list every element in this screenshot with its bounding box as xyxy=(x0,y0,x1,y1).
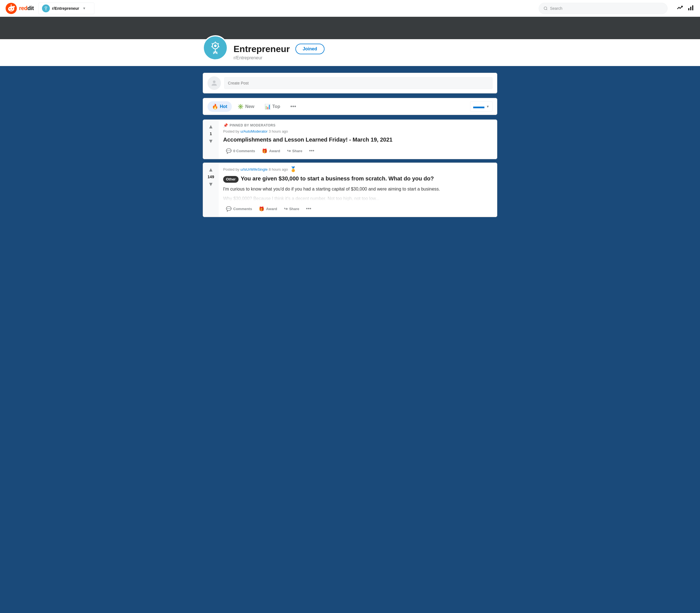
svg-point-7 xyxy=(45,7,47,9)
subreddit-slug: r/Entrepreneur xyxy=(233,55,324,61)
post-card: ▲ 149 ▼ Posted by u/IsUrWifeSingle 8 hou… xyxy=(203,162,497,217)
view-toggle-button[interactable]: ▬▬ ▼ xyxy=(470,101,493,112)
comments-button[interactable]: 💬 0 Comments xyxy=(223,147,258,155)
post-time: 8 hours ago xyxy=(269,167,288,171)
post-title[interactable]: Accomplishments and Lesson Learned Frida… xyxy=(223,136,493,144)
svg-line-14 xyxy=(546,9,547,10)
search-input[interactable] xyxy=(550,6,663,11)
svg-point-26 xyxy=(214,44,217,47)
post-body-container: I'm curious to know what you'd do if you… xyxy=(223,185,493,202)
subreddit-header: Entrepreneur Joined r/Entrepreneur xyxy=(0,39,700,66)
sort-top-button[interactable]: 📊 Top xyxy=(260,101,285,112)
top-icon: 📊 xyxy=(265,104,271,110)
award-button[interactable]: 🎁 Award xyxy=(256,205,280,213)
post-body-text: I'm curious to know what you'd do if you… xyxy=(223,185,493,193)
subreddit-name-header: r/Entrepreneur xyxy=(52,6,79,11)
svg-point-2 xyxy=(10,8,11,9)
create-post-input[interactable] xyxy=(224,77,493,89)
svg-point-12 xyxy=(45,9,47,10)
post-author[interactable]: u/AutoModerator xyxy=(241,129,268,133)
post-card: ▲ 1 ▼ 📌 PINNED BY MODERATORS Posted by u… xyxy=(203,119,497,159)
header: reddit r/Entrepreneur ▼ xyxy=(0,0,700,17)
post-author[interactable]: u/IsUrWifeSingle xyxy=(241,167,268,171)
award-icon: 🎁 xyxy=(262,148,267,154)
subreddit-avatar-small xyxy=(42,4,50,12)
downvote-button[interactable]: ▼ xyxy=(207,180,215,188)
share-button[interactable]: ↪ Share xyxy=(281,205,302,213)
vote-count: 149 xyxy=(207,174,214,179)
sort-bar: 🔥 Hot ✳️ New 📊 Top ••• ▬▬ ▼ xyxy=(203,98,497,115)
award-icon: 🎁 xyxy=(259,206,264,211)
downvote-button[interactable]: ▼ xyxy=(207,137,215,145)
post-title[interactable]: OtherYou are given $30,000 to start a bu… xyxy=(223,174,493,183)
vote-column: ▲ 1 ▼ xyxy=(203,120,219,159)
trending-icon[interactable] xyxy=(676,4,683,13)
sort-new-button[interactable]: ✳️ New xyxy=(233,101,259,112)
hot-icon: 🔥 xyxy=(212,104,218,110)
user-award-icon: 🏅 xyxy=(290,166,296,172)
post-meta: Posted by u/IsUrWifeSingle 8 hours ago 🏅 xyxy=(223,166,493,172)
pinned-badge: 📌 PINNED BY MODERATORS xyxy=(223,123,493,128)
sort-hot-button[interactable]: 🔥 Hot xyxy=(207,101,232,112)
sort-more-button[interactable]: ••• xyxy=(287,101,300,112)
svg-rect-17 xyxy=(692,5,693,10)
subreddit-info: Entrepreneur Joined r/Entrepreneur xyxy=(233,44,324,61)
svg-line-21 xyxy=(212,43,213,44)
upvote-button[interactable]: ▲ xyxy=(207,122,215,130)
post-meta: Posted by u/AutoModerator 3 hours ago xyxy=(223,129,493,133)
post-content: Posted by u/IsUrWifeSingle 8 hours ago 🏅… xyxy=(219,163,497,217)
pin-icon: 📌 xyxy=(223,123,228,128)
main-content: 🔥 Hot ✳️ New 📊 Top ••• ▬▬ ▼ ▲ 1 ▼ 📌 PI xyxy=(196,66,504,227)
search-bar[interactable] xyxy=(539,3,667,14)
reddit-logo[interactable]: reddit xyxy=(5,3,34,14)
comments-button[interactable]: 💬 Comments xyxy=(223,205,255,213)
award-button[interactable]: 🎁 Award xyxy=(259,147,283,155)
new-icon: ✳️ xyxy=(238,104,244,110)
upvote-button[interactable]: ▲ xyxy=(207,166,215,173)
subreddit-banner xyxy=(0,17,700,39)
share-button[interactable]: ↪ Share xyxy=(284,147,305,155)
view-chevron-icon: ▼ xyxy=(486,105,489,108)
svg-point-6 xyxy=(11,4,12,5)
post-actions: 💬 Comments 🎁 Award ↪ Share ••• xyxy=(223,204,493,213)
post-body-fade-text: Why $30,000? Because I think it's a dece… xyxy=(223,195,493,202)
create-post-box xyxy=(203,73,497,93)
vote-count: 1 xyxy=(210,131,212,136)
header-icons xyxy=(676,4,695,13)
share-icon: ↪ xyxy=(287,148,291,154)
svg-point-29 xyxy=(213,81,215,83)
user-avatar xyxy=(207,76,221,90)
post-time: 3 hours ago xyxy=(269,129,288,133)
subreddit-avatar-large xyxy=(203,35,228,61)
search-icon xyxy=(544,6,548,11)
reddit-alien-icon xyxy=(5,3,17,14)
comment-icon: 💬 xyxy=(226,206,231,211)
stats-icon[interactable] xyxy=(688,4,695,13)
joined-button[interactable]: Joined xyxy=(295,44,324,54)
post-content: 📌 PINNED BY MODERATORS Posted by u/AutoM… xyxy=(219,120,497,159)
svg-rect-15 xyxy=(688,8,689,10)
subreddit-selector[interactable]: r/Entrepreneur ▼ xyxy=(38,2,94,14)
share-icon: ↪ xyxy=(284,206,288,211)
svg-point-3 xyxy=(12,8,13,9)
chevron-down-icon: ▼ xyxy=(82,6,86,10)
svg-rect-16 xyxy=(690,7,691,10)
svg-point-13 xyxy=(544,7,547,10)
flair-badge: Other xyxy=(223,176,239,183)
svg-line-22 xyxy=(218,43,219,44)
pinned-label: PINNED BY MODERATORS xyxy=(230,123,276,127)
subreddit-title: Entrepreneur xyxy=(233,44,290,54)
vote-column: ▲ 149 ▼ xyxy=(203,163,219,217)
reddit-wordmark: reddit xyxy=(19,5,34,12)
more-actions-button[interactable]: ••• xyxy=(303,204,314,213)
post-actions: 💬 0 Comments 🎁 Award ↪ Share ••• xyxy=(223,146,493,156)
view-cards-icon: ▬▬ xyxy=(473,103,484,110)
more-actions-button[interactable]: ••• xyxy=(306,146,317,156)
comment-icon: 💬 xyxy=(226,148,231,154)
